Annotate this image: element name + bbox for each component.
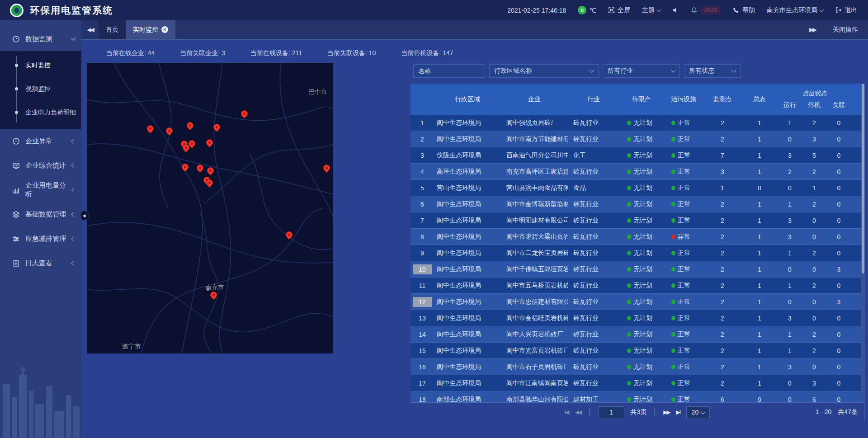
tabs-scroll-left-button[interactable]: ◀◀ (81, 26, 99, 33)
table-row[interactable]: 2阆中生态环境局阆中市南方节能建材有砖瓦行业无计划正常21030 (410, 131, 864, 147)
row-index-cell: 8 (410, 231, 434, 243)
pagination-bar: Ⅰ◀ ◀◀ │ 共3页 │ ▶▶ ▶Ⅰ 20 1 - 20 (410, 402, 864, 422)
stop-count-cell: 2 (802, 331, 826, 338)
top-header: 环保用电监管系统 2021-02-25 17:46:18 0 ℃ 全屏 主题 (0, 0, 868, 20)
status-dot-icon (671, 332, 675, 337)
run-count-cell: 0 (778, 298, 802, 306)
name-filter-input[interactable] (418, 67, 480, 75)
row-index-cell: 9 (410, 247, 434, 259)
facility-status-cell: 异常 (664, 233, 703, 241)
row-index-cell: 17 (410, 377, 434, 390)
region-cell: 阆中生态环境局 (434, 347, 501, 355)
lost-count-cell: 3 (826, 266, 851, 273)
points-cell: 2 (703, 331, 741, 338)
sidebar-item-数据监测[interactable]: 数据监测 (0, 27, 81, 51)
stop-count-cell: 0 (802, 266, 826, 273)
lost-count-cell: 0 (826, 136, 851, 143)
sidebar-item-企业综合统计[interactable]: 企业综合统计 (0, 153, 81, 178)
run-count-cell: 1 (778, 282, 802, 289)
theme-dropdown[interactable]: 主题 (642, 6, 660, 14)
company-cell: 阆中千佛镇五郎垭页岩 (501, 265, 568, 273)
limit-status-cell: 无计划 (619, 298, 664, 306)
table-row[interactable]: 4高坪生态环境局南充市高坪区王家店建砖瓦行业无计划正常31220 (410, 164, 864, 180)
close-operations-button[interactable]: 关闭操作 (833, 26, 858, 34)
table-row[interactable]: 13阆中生态环境局阆中市金福旺页岩机砖砖瓦行业无计划正常21300 (410, 310, 864, 326)
tabs-scroll-right-button[interactable]: ▶▶ (804, 26, 821, 33)
facility-status-cell: 正常 (664, 298, 703, 306)
tab-close-icon[interactable]: × (161, 26, 168, 33)
table-row[interactable]: 7阆中生态环境局阆中明阳建材有限公司砖瓦行业无计划正常21300 (410, 212, 864, 229)
app-title: 环保用电监管系统 (30, 4, 113, 17)
page-number-input[interactable] (598, 406, 624, 418)
limit-status-cell: 无计划 (619, 379, 664, 387)
meter-cell: 1 (741, 347, 778, 354)
limit-status-label: 无计划 (633, 200, 652, 208)
table-row[interactable]: 10阆中生态环境局阆中千佛镇五郎垭页岩砖瓦行业无计划正常21003 (410, 261, 864, 278)
table-row[interactable]: 14阆中生态环境局阆中大兴页岩机砖厂砖瓦行业无计划正常21120 (410, 326, 864, 343)
status-filter-select[interactable]: 所有状态 (684, 64, 741, 78)
company-cell: 营山县润丰肉食品有限 (501, 184, 568, 192)
prev-page-button[interactable]: ◀◀ (575, 409, 581, 415)
sidebar-item-日志查看[interactable]: 日志查看 (0, 251, 81, 275)
limit-status-cell: 无计划 (619, 184, 664, 192)
org-dropdown[interactable]: 南充市生态环境局 (767, 6, 823, 14)
industry-cell: 砖瓦行业 (568, 249, 619, 257)
limit-status-label: 无计划 (633, 347, 652, 355)
table-row[interactable]: 16阆中生态环境局阆中市石子页岩机砖厂砖瓦行业无计划正常21300 (410, 359, 864, 375)
next-page-button[interactable]: ▶▶ (663, 409, 670, 415)
region-filter-select[interactable]: 行政区域名称 (489, 64, 599, 78)
points-cell: 2 (703, 233, 741, 240)
sidebar-subitem-企业电力负荷明细[interactable]: 企业电力负荷明细 (0, 101, 81, 124)
chevron-left-icon (71, 139, 76, 143)
table-row[interactable]: 11阆中生态环境局阆中市五马桥页岩机砖砖瓦行业无计划正常21120 (410, 278, 864, 294)
table-scrollbar[interactable] (861, 84, 865, 422)
fullscreen-button[interactable]: 全屏 (608, 6, 630, 14)
run-count-cell: 1 (778, 347, 802, 354)
col-point-status-group-header: 点位状态 (778, 84, 851, 99)
last-page-button[interactable]: ▶Ⅰ (676, 409, 680, 415)
stat-value: 211 (292, 49, 302, 57)
limit-status-cell: 无计划 (619, 282, 664, 290)
table-row[interactable]: 6阆中生态环境局阆中市金博瑞新型墙材砖瓦行业无计划正常21120 (410, 196, 864, 212)
sidebar-item-企业异常[interactable]: 企业异常 (0, 129, 81, 153)
table-row[interactable]: 8阆中生态环境局阆中市枣碧大梁山页岩砖瓦行业无计划异常21300 (410, 229, 864, 245)
stop-count-cell: 0 (802, 363, 826, 371)
points-cell: 2 (703, 201, 741, 208)
region-cell: 高坪生态环境局 (434, 168, 501, 176)
scrollbar-thumb[interactable] (862, 84, 864, 273)
table-row[interactable]: 17阆中生态环境局阆中市江南镇阆南页岩砖瓦行业无计划正常21030 (410, 375, 864, 391)
help-button[interactable]: 帮助 (733, 6, 755, 14)
table-row[interactable]: 3仪陇生态环境局西南油气田分公司川中化工无计划正常71350 (410, 147, 864, 164)
sound-toggle[interactable] (672, 7, 679, 14)
first-page-button[interactable]: Ⅰ◀ (565, 409, 569, 415)
sidebar-subitem-视频监控[interactable]: 视频监控 (0, 77, 81, 101)
datetime-label: 2021-02-25 17:46:18 (507, 7, 566, 14)
sidebar-item-label: 应急减排管理 (25, 235, 72, 243)
tab-首页[interactable]: 首页 (99, 20, 126, 39)
map-panel[interactable]: 巴中市南充市遂宁市 (87, 63, 333, 353)
sidebar-subitem-实时监控[interactable]: 实时监控 (0, 54, 81, 77)
status-dot-icon (627, 349, 631, 353)
status-dot-icon (627, 251, 631, 255)
industry-filter-select[interactable]: 所有行业 (603, 64, 680, 78)
status-dot-icon (627, 300, 631, 304)
logout-button[interactable]: 退出 (835, 6, 857, 14)
chevron-down-icon (701, 409, 706, 414)
col-index-header (410, 84, 434, 115)
table-row[interactable]: 1阆中生态环境局阆中强锐页岩砖厂砖瓦行业无计划正常21120 (410, 115, 864, 131)
sidebar-item-基础数据管理[interactable]: 基础数据管理 (0, 202, 81, 226)
table-row[interactable]: 12阆中生态环境局阆中市忠信建材有限公砖瓦行业无计划正常21003 (410, 294, 864, 310)
page-size-select[interactable]: 20 (686, 406, 710, 418)
tab-bar: ◀◀ 首页实时监控× ▶▶ 关闭操作 (81, 20, 868, 40)
tab-实时监控[interactable]: 实时监控× (126, 20, 175, 39)
lost-count-cell: 0 (826, 217, 851, 224)
sidebar-item-应急减排管理[interactable]: 应急减排管理 (0, 226, 81, 251)
table-row[interactable]: 5营山生态环境局营山县润丰肉食品有限食品无计划正常10010 (410, 180, 864, 196)
company-cell: 阆中市忠信建材有限公 (501, 298, 568, 306)
sidebar-item-企业用电量分析[interactable]: 企业用电量分析 (0, 178, 81, 202)
table-row[interactable]: 15阆中生态环境局阆中市光富页岩机砖厂砖瓦行业无计划正常21120 (410, 343, 864, 359)
company-cell: 阆中市光富页岩机砖厂 (501, 347, 568, 355)
table-row[interactable]: 9阆中生态环境局阆中市二龙长宝页岩砖砖瓦行业无计划正常21120 (410, 245, 864, 261)
notifications[interactable]: 2632 (691, 6, 721, 14)
row-index-cell: 1 (410, 117, 434, 129)
